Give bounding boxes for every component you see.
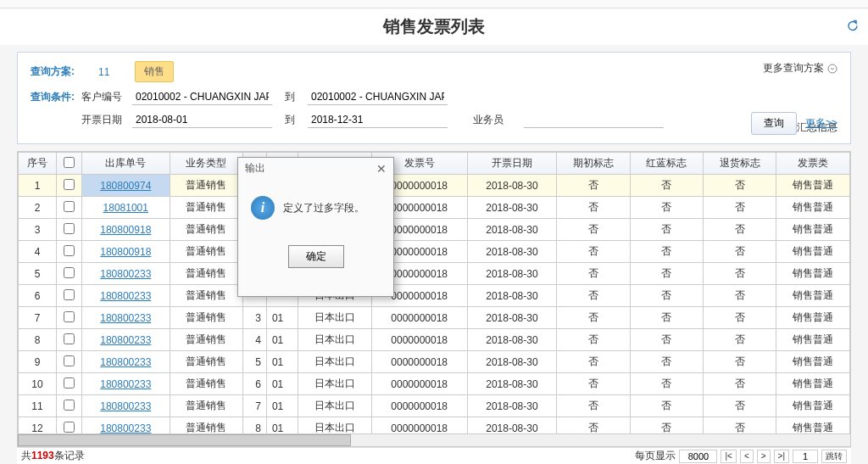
table-cell[interactable] <box>57 285 82 307</box>
table-header-2[interactable]: 出库单号 <box>82 153 170 175</box>
table-row[interactable]: 11180800233普通销售701日本出口00000000182018-08-… <box>19 395 850 417</box>
table-header-12[interactable]: 发票类 <box>776 153 850 175</box>
table-cell: 4 <box>19 241 57 263</box>
table-header-3[interactable]: 业务类型 <box>170 153 242 175</box>
row-checkbox[interactable] <box>64 311 75 322</box>
table-cell[interactable] <box>57 417 82 436</box>
more-query-scheme[interactable]: 更多查询方案 <box>763 61 837 75</box>
sales-input[interactable] <box>524 112 664 128</box>
row-checkbox[interactable] <box>64 333 75 344</box>
table-cell: 否 <box>557 307 630 329</box>
query-button[interactable]: 查询 <box>751 112 797 135</box>
page-prev[interactable]: < <box>740 450 754 463</box>
table-cell: 销售普通 <box>776 285 850 307</box>
pagination: 每页显示 |< < > >| 跳转 <box>635 449 847 463</box>
table-row[interactable]: 10180800233普通销售601日本出口00000000182018-08-… <box>19 373 850 395</box>
table-cell[interactable]: 180800233 <box>82 307 170 329</box>
table-cell[interactable]: 18081001 <box>82 197 170 219</box>
table-cell: 日本出口 <box>298 351 371 373</box>
invoice-table-wrap[interactable]: 序号出库单号业务类型销售类型发票号开票日期期初标志红蓝标志退货标志发票类 118… <box>17 151 851 435</box>
page-next[interactable]: > <box>757 450 771 463</box>
row-checkbox[interactable] <box>64 223 75 234</box>
table-header-9[interactable]: 期初标志 <box>557 153 630 175</box>
chevron-down-icon <box>827 64 837 74</box>
row-checkbox[interactable] <box>64 245 75 256</box>
table-cell[interactable]: 180800233 <box>82 417 170 436</box>
select-all-checkbox[interactable] <box>64 157 75 168</box>
table-cell: 销售普通 <box>776 175 850 197</box>
table-row[interactable]: 12180800233普通销售801日本出口00000000182018-08-… <box>19 417 850 436</box>
table-cell[interactable] <box>57 329 82 351</box>
row-checkbox[interactable] <box>64 201 75 212</box>
table-header-0[interactable]: 序号 <box>19 153 57 175</box>
table-header-row: 序号出库单号业务类型销售类型发票号开票日期期初标志红蓝标志退货标志发票类 <box>19 153 850 175</box>
table-cell: 2018-08-30 <box>467 263 556 285</box>
refresh-icon[interactable] <box>846 17 860 36</box>
row-checkbox[interactable] <box>64 289 75 300</box>
row-checkbox[interactable] <box>64 267 75 278</box>
scrollbar-thumb[interactable] <box>18 434 351 446</box>
table-cell: 0000000018 <box>371 373 467 395</box>
table-cell[interactable]: 180800233 <box>82 263 170 285</box>
date-to[interactable] <box>308 112 448 128</box>
dialog-close-button[interactable]: ✕ <box>376 162 387 176</box>
table-cell[interactable]: 180800974 <box>82 175 170 197</box>
table-cell: 2018-08-30 <box>467 219 556 241</box>
table-cell[interactable] <box>57 395 82 417</box>
table-row[interactable]: 6180800233普通销售日本出口00000000182018-08-30否否… <box>19 285 850 307</box>
customer-code-from[interactable] <box>132 89 272 105</box>
table-cell: 普通销售 <box>170 197 242 219</box>
table-row[interactable]: 1180800974普通销售日本出口00000000182018-08-30否否… <box>19 175 850 197</box>
table-cell[interactable]: 180800233 <box>82 351 170 373</box>
row-checkbox[interactable] <box>64 355 75 366</box>
table-cell: 否 <box>557 329 630 351</box>
table-row[interactable]: 8180800233普通销售401日本出口00000000182018-08-3… <box>19 329 850 351</box>
table-header-11[interactable]: 退货标志 <box>703 153 776 175</box>
table-cell[interactable]: 180800233 <box>82 285 170 307</box>
table-cell[interactable]: 180800233 <box>82 395 170 417</box>
table-row[interactable]: 3180800918普通销售日本出口00000000182018-08-30否否… <box>19 219 850 241</box>
table-cell[interactable] <box>57 197 82 219</box>
table-cell[interactable]: 180800233 <box>82 373 170 395</box>
table-cell: 0000000018 <box>371 351 467 373</box>
main-toolbar <box>0 0 868 8</box>
table-header-1[interactable] <box>57 153 82 175</box>
table-cell[interactable]: 180800918 <box>82 241 170 263</box>
table-cell[interactable] <box>57 219 82 241</box>
page-jump-input[interactable] <box>793 450 818 463</box>
dialog-ok-button[interactable]: 确定 <box>288 245 344 268</box>
table-cell[interactable] <box>57 175 82 197</box>
table-cell[interactable] <box>57 263 82 285</box>
table-header-8[interactable]: 开票日期 <box>467 153 556 175</box>
table-cell[interactable] <box>57 351 82 373</box>
more-link[interactable]: 更多>> <box>805 116 837 131</box>
table-row[interactable]: 5180800233普通销售日本出口00000000182018-08-30否否… <box>19 263 850 285</box>
table-cell[interactable] <box>57 307 82 329</box>
table-cell: 否 <box>703 373 776 395</box>
query-scheme-tag[interactable]: 销售 <box>135 61 174 82</box>
page-first[interactable]: |< <box>721 450 736 463</box>
page-last[interactable]: >| <box>774 450 789 463</box>
page-jump-button[interactable]: 跳转 <box>821 450 847 463</box>
table-cell: 否 <box>703 197 776 219</box>
date-from[interactable] <box>132 112 272 128</box>
table-cell: 否 <box>703 351 776 373</box>
table-row[interactable]: 218081001普通销售日本出口00000000182018-08-30否否否… <box>19 197 850 219</box>
row-checkbox[interactable] <box>64 179 75 190</box>
table-row[interactable]: 7180800233普通销售301日本出口00000000182018-08-3… <box>19 307 850 329</box>
horizontal-scrollbar[interactable] <box>17 433 851 447</box>
customer-code-to[interactable] <box>308 89 448 105</box>
row-checkbox[interactable] <box>64 422 75 433</box>
table-header-10[interactable]: 红蓝标志 <box>630 153 703 175</box>
table-cell[interactable] <box>57 241 82 263</box>
table-row[interactable]: 9180800233普通销售501日本出口00000000182018-08-3… <box>19 351 850 373</box>
table-cell: 否 <box>630 417 703 436</box>
row-checkbox[interactable] <box>64 400 75 411</box>
table-cell[interactable]: 180800233 <box>82 329 170 351</box>
table-row[interactable]: 4180800918普通销售日本出口00000000182018-08-30否否… <box>19 241 850 263</box>
table-cell: 0000000018 <box>371 417 467 436</box>
table-cell[interactable] <box>57 373 82 395</box>
table-cell[interactable]: 180800918 <box>82 219 170 241</box>
row-checkbox[interactable] <box>64 377 75 389</box>
per-page-input[interactable] <box>679 450 717 463</box>
